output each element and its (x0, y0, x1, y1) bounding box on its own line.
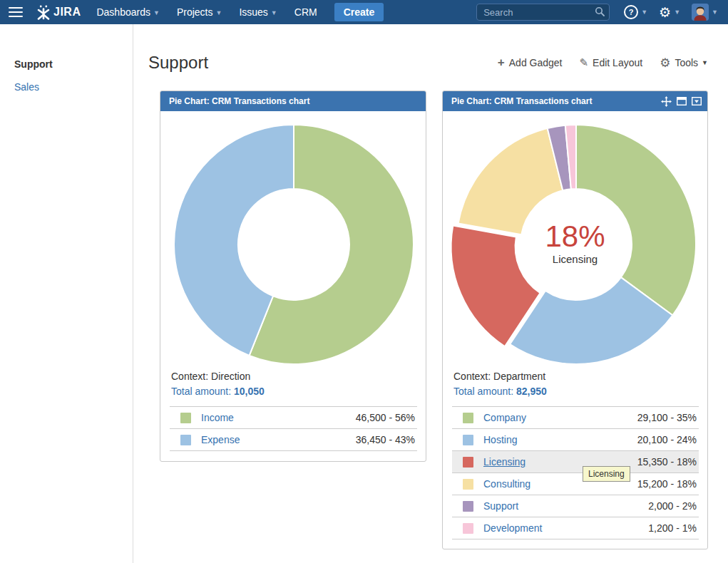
gear-icon: ⚙ (660, 56, 670, 71)
maximize-gadget-icon[interactable] (677, 97, 687, 105)
search-icon[interactable] (595, 6, 605, 16)
legend-label[interactable]: Hosting (483, 434, 517, 445)
legend-row-licensing[interactable]: Licensing15,350 - 18% (452, 451, 699, 473)
legend-value: 46,500 - 56% (356, 412, 415, 423)
gadget-pie-chart-department: Pie Chart: CRM Transactions chart (442, 91, 708, 549)
move-gadget-icon[interactable] (661, 96, 672, 107)
gadget-menu-icon[interactable] (692, 97, 702, 105)
legend-swatch (463, 501, 473, 512)
chevron-down-icon: ▼ (271, 9, 277, 16)
legend-value: 15,200 - 18% (637, 478, 697, 490)
nav-projects[interactable]: Projects▼ (177, 6, 222, 18)
legend-label[interactable]: Licensing (483, 456, 526, 468)
sidebar-item-sales[interactable]: Sales (14, 81, 133, 93)
chart-legend: Company29,100 - 35%Hosting20,100 - 24%Li… (452, 406, 699, 539)
chevron-down-icon: ▼ (153, 9, 160, 16)
plus-icon: + (498, 58, 505, 68)
legend-label[interactable]: Expense (201, 434, 240, 445)
chevron-down-icon: ▼ (712, 9, 718, 16)
user-menu[interactable]: ▼ (692, 4, 718, 21)
legend-value: 20,100 - 24% (637, 434, 697, 445)
pie-slice-consulting[interactable] (458, 128, 563, 234)
legend-row-support[interactable]: Support2,000 - 2% (452, 495, 699, 517)
legend-value: 15,350 - 18% (637, 456, 697, 468)
pencil-icon: ✎ (580, 56, 589, 69)
legend-swatch (463, 457, 473, 468)
create-button[interactable]: Create (334, 3, 384, 21)
search-container (476, 4, 610, 21)
gadget-title: Pie Chart: CRM Transactions chart (169, 96, 309, 106)
edit-layout-button[interactable]: ✎ Edit Layout (580, 56, 643, 69)
legend-row-hosting[interactable]: Hosting20,100 - 24% (452, 429, 699, 451)
donut-chart-direction (160, 111, 426, 368)
legend-value: 1,200 - 1% (648, 522, 697, 534)
legend-label[interactable]: Consulting (483, 478, 530, 490)
page-title: Support (148, 53, 208, 73)
chart-total: Total amount: 82,950 (453, 386, 698, 397)
gadget-header[interactable]: Pie Chart: CRM Transactions chart (443, 91, 707, 111)
legend-swatch (463, 479, 473, 490)
jira-logo[interactable]: JIRA (36, 4, 81, 20)
settings-menu[interactable]: ⚙ ▼ (659, 6, 680, 19)
chevron-down-icon: ▼ (674, 9, 680, 16)
legend-row-expense[interactable]: Expense36,450 - 43% (170, 429, 417, 451)
tooltip: Licensing (583, 466, 630, 482)
top-navbar: JIRA Dashboards▼ Projects▼ Issues▼ CRM C… (0, 0, 728, 24)
chart-legend: Income46,500 - 56%Expense36,450 - 43% (170, 406, 417, 451)
legend-swatch (463, 523, 473, 534)
nav-issues[interactable]: Issues▼ (239, 6, 277, 18)
gadget-header[interactable]: Pie Chart: CRM Transactions chart (160, 91, 426, 111)
legend-label[interactable]: Company (483, 412, 526, 423)
chevron-down-icon: ▼ (641, 9, 647, 16)
search-input[interactable] (476, 4, 610, 21)
help-menu[interactable]: ? ▼ (624, 5, 647, 19)
gadget-title: Pie Chart: CRM Transactions chart (451, 96, 592, 106)
help-icon: ? (624, 5, 638, 19)
donut-chart-department: 18% Licensing (443, 111, 707, 368)
legend-label[interactable]: Development (483, 522, 543, 534)
chevron-down-icon: ▼ (215, 9, 222, 16)
legend-value: 36,450 - 43% (356, 434, 415, 445)
gear-icon: ⚙ (659, 6, 671, 19)
legend-row-income[interactable]: Income46,500 - 56% (170, 407, 417, 429)
legend-swatch (180, 435, 191, 445)
add-gadget-button[interactable]: + Add Gadget (498, 57, 563, 68)
dashboard-main: Support + Add Gadget ✎ Edit Layout ⚙ Too… (134, 24, 728, 563)
brand-name: JIRA (53, 6, 81, 19)
avatar (692, 4, 709, 21)
nav-dashboards[interactable]: Dashboards▼ (96, 6, 159, 18)
menu-icon[interactable] (9, 7, 23, 17)
legend-swatch (463, 435, 473, 445)
legend-value: 29,100 - 35% (637, 412, 697, 423)
legend-value: 2,000 - 2% (648, 500, 697, 512)
chevron-down-icon: ▼ (702, 59, 708, 66)
legend-label[interactable]: Support (483, 500, 518, 512)
gadget-pie-chart-direction: Pie Chart: CRM Transactions chart Contex… (160, 91, 426, 462)
chart-context: Context: Direction (171, 371, 416, 382)
tools-dropdown-button[interactable]: ⚙ Tools ▼ (660, 56, 708, 71)
legend-row-consulting[interactable]: Consulting15,200 - 18% (452, 473, 699, 495)
charlie-icon (36, 4, 51, 20)
nav-crm[interactable]: CRM (294, 6, 317, 18)
legend-row-development[interactable]: Development1,200 - 1% (452, 517, 699, 539)
pie-slice-company[interactable] (576, 125, 696, 315)
sidebar-item-support[interactable]: Support (14, 58, 133, 70)
chart-total: Total amount: 10,050 (171, 386, 416, 397)
chart-context: Context: Department (453, 371, 698, 382)
legend-swatch (180, 413, 191, 423)
legend-row-company[interactable]: Company29,100 - 35% (452, 407, 699, 429)
legend-swatch (463, 413, 473, 423)
legend-label[interactable]: Income (201, 412, 234, 423)
left-sidebar: Support Sales (0, 24, 133, 563)
